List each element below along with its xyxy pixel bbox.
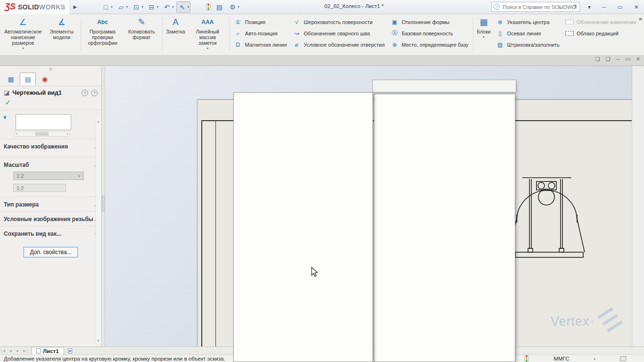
help-icon[interactable]: ?	[91, 90, 98, 96]
spell-check-button[interactable]: AbcПрограмма проверки орфографии	[83, 16, 123, 54]
save-button[interactable]: ⊡▾	[130, 1, 145, 13]
doc-restore-icon[interactable]: ▭	[625, 56, 630, 62]
centerline-button[interactable]: ▯Осевая линия	[496, 29, 560, 37]
datum-target-icon: ⊕	[390, 41, 399, 48]
last-sheet-icon[interactable]: ►|	[21, 349, 28, 353]
format-painter-icon: ✎	[138, 16, 145, 28]
solidworks-window: ƷS SOLIDWORKS ▶ □▾▱▾⊡▾⊟▾↶▾⇖▾▤⚙▾ 02_02_Ко…	[0, 0, 644, 362]
panel-resize-divider[interactable]	[102, 66, 105, 346]
dropdown-icon: ▾	[483, 35, 485, 39]
section-cosmetic-thread[interactable]: Условные изображения резьбы ∧	[0, 214, 101, 224]
scroll-thumb[interactable]	[35, 132, 49, 136]
help-dropdown-icon[interactable]: ▾	[586, 4, 593, 10]
panel-grip[interactable]	[0, 66, 101, 72]
sheet-properties-icon[interactable]	[619, 356, 626, 361]
more-properties-button[interactable]: Доп. свойства...	[24, 247, 77, 257]
balloon-button[interactable]: ①Позиция	[234, 18, 287, 26]
add-sheet-icon	[68, 348, 72, 354]
search-icon[interactable]: ⌕	[557, 4, 565, 10]
document-window-controls: ❏ ❏ ─ ▭ ✕	[595, 56, 640, 62]
performance-evaluation-icon[interactable]	[524, 355, 529, 362]
vertex-watermark: Vertex®	[551, 307, 623, 336]
print-button[interactable]: ⊟▾	[146, 1, 160, 13]
collapse-arrow-icon[interactable]: ∨	[3, 114, 7, 120]
doc-minimize-icon[interactable]: ─	[616, 57, 620, 62]
center-mark-button[interactable]: ⊕Указатель центра	[496, 18, 560, 26]
sheet-tab[interactable]: Лист1	[31, 347, 64, 354]
area-hatch-icon: ▨	[496, 41, 504, 48]
dropdown-icon: ▾	[22, 47, 24, 50]
scroll-right-icon[interactable]: ›	[66, 132, 68, 136]
ok-button[interactable]: ✓	[0, 97, 101, 108]
doc-window-icon[interactable]: ❏	[606, 56, 611, 62]
section-image-quality[interactable]: Качество изображения ∧	[0, 141, 101, 151]
save-icon: ⊡	[132, 3, 141, 11]
undo-button[interactable]: ↶▾	[161, 1, 175, 13]
section-scale[interactable]: Масштаб ∧	[0, 159, 101, 170]
scroll-left-icon[interactable]: ‹	[16, 132, 17, 136]
doc-close-icon[interactable]: ✕	[636, 56, 640, 62]
auto-balloon-button[interactable]: ⌕Авто-позиция	[234, 29, 287, 37]
weld-symbol-button[interactable]: ↝Обозначение сварного шва	[292, 29, 385, 37]
menu-expand-arrow-icon[interactable]: ▶	[73, 4, 77, 9]
surface-finish-button[interactable]: √Шероховатость поверхности	[292, 18, 385, 26]
model-items-icon: ∡	[58, 16, 66, 28]
magnetic-line-button[interactable]: ΩМагнитная линия	[234, 41, 287, 49]
note-button[interactable]: AЗаметка	[164, 16, 187, 54]
help-pin-icon[interactable]: ?	[82, 90, 88, 96]
datum-target-button[interactable]: ⊕Место, определяющее базу	[390, 41, 469, 49]
dimxpert-tab[interactable]: ◉	[37, 73, 53, 85]
add-sheet-tab[interactable]	[64, 347, 76, 354]
ribbon-button-label: Автоматическое нанесение размеров	[4, 29, 41, 46]
doc-window-icon[interactable]: ❏	[595, 56, 600, 62]
section-dimension-type[interactable]: Тип размера ∧	[0, 199, 101, 209]
open-button[interactable]: ▱▾	[115, 1, 130, 13]
model-items-button[interactable]: ∡Элементы модели	[44, 16, 79, 54]
hole-callout-button[interactable]: ⌀Условное обозначение отверстия	[292, 41, 385, 49]
scroll-up-icon[interactable]: ∧	[97, 120, 100, 124]
property-manager-panel: ▦ ▤ ◉ ◪ Чертежный вид1 ? ? ✓ ∨ ‹ › Качес…	[0, 66, 102, 346]
maximize-button[interactable]: ▭	[615, 4, 625, 10]
property-manager-tab[interactable]: ▤	[20, 73, 36, 85]
section-save-view-as[interactable]: Сохранить вид как... ∨	[0, 228, 101, 239]
units-indicator[interactable]: ММГС	[553, 356, 569, 362]
units-dropdown-icon[interactable]: ▴	[594, 357, 595, 361]
evaluate-button[interactable]: ▤	[213, 1, 225, 13]
open-icon: ▱	[116, 3, 126, 11]
autodimension-button[interactable]: ∠Автоматическое нанесение размеров▾	[2, 16, 44, 54]
next-sheet-icon[interactable]: ►	[14, 349, 21, 353]
ribbon-button-label: Отклонение формы	[402, 19, 450, 25]
select-button[interactable]: ⇖▾	[176, 1, 191, 13]
panel-scrollbar[interactable]: ∧ ∨	[95, 119, 101, 344]
options-button[interactable]: ⚙▾	[226, 1, 241, 13]
scroll-down-icon[interactable]: ∨	[97, 338, 100, 343]
new-document-button[interactable]: □▾	[99, 1, 114, 13]
first-sheet-icon[interactable]: |◄	[0, 349, 7, 353]
prev-sheet-icon[interactable]: ◄	[7, 349, 14, 353]
ribbon-button-label: Штриховка/заполнить	[507, 42, 560, 48]
magnetic-line-icon: Ω	[234, 41, 242, 48]
ribbon-button-label: Линейный массив заметок	[190, 29, 225, 46]
help-button[interactable]: ?	[571, 4, 579, 10]
preview-scrollbar[interactable]: ‹ ›	[14, 131, 70, 137]
linear-note-pattern-button[interactable]: AAAЛинейный массив заметок▾	[188, 16, 228, 54]
format-painter-button[interactable]: ✎Копировать формат	[123, 16, 160, 54]
ribbon-button-label: Позиция	[245, 19, 266, 25]
area-hatch-button[interactable]: ▨Штриховка/заполнить	[496, 41, 560, 49]
help-circle-icon: ?	[494, 4, 500, 10]
geometric-tolerance-button[interactable]: ▣Отклонение формы	[390, 18, 469, 26]
dropdown-icon: ▾	[172, 5, 174, 9]
revision-cloud-button[interactable]: Облако редакций	[565, 29, 636, 37]
ribbon-overflow-button[interactable]: »	[639, 16, 642, 54]
ribbon-button-label: Облако редакций	[577, 31, 619, 36]
close-button[interactable]: ✕	[632, 4, 641, 10]
performance-evaluation-button[interactable]	[191, 1, 212, 13]
ribbon-button-label: Блоки	[477, 29, 490, 34]
minimize-button[interactable]: ─	[600, 4, 609, 10]
blocks-button[interactable]: ▦Блоки▾	[474, 16, 493, 54]
dropdown-icon: ▾	[126, 5, 128, 9]
feature-manager-tab[interactable]: ▦	[3, 73, 19, 85]
datum-feature-button[interactable]: ⒶБазовая поверхность	[390, 29, 469, 37]
sheet-icon	[36, 348, 41, 354]
undo-icon: ↶	[162, 3, 172, 11]
